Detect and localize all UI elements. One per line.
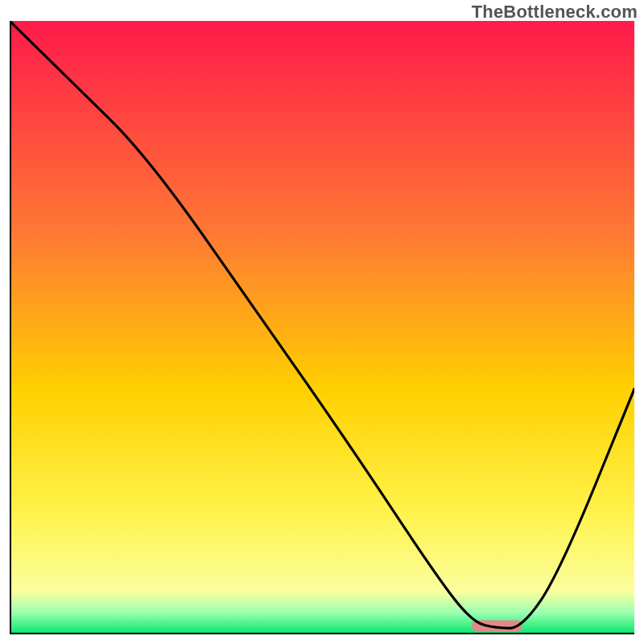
- watermark-text: TheBottleneck.com: [472, 2, 638, 23]
- chart-stage: TheBottleneck.com: [0, 0, 644, 644]
- axes-frame: [10, 21, 634, 634]
